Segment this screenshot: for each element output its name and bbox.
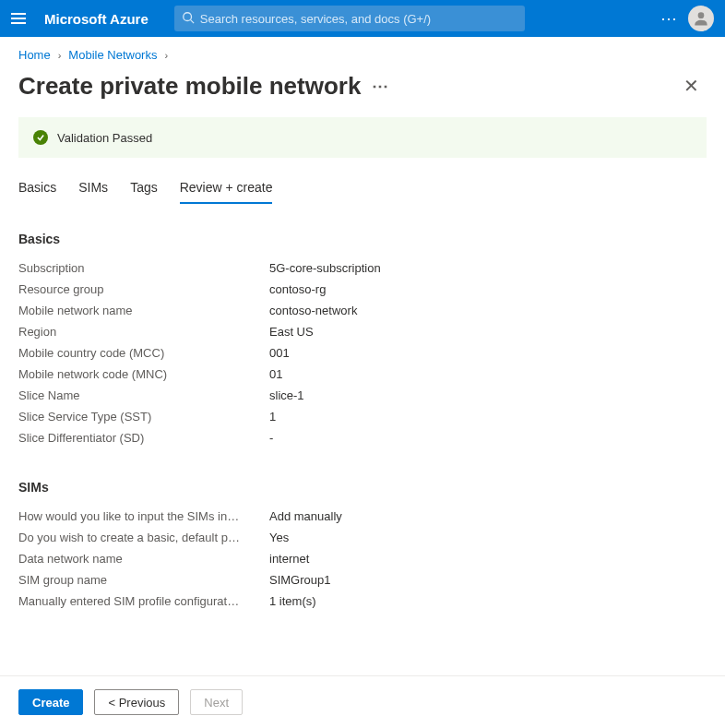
kv-val: contoso-rg bbox=[269, 282, 326, 296]
kv-key: Slice Service Type (SST) bbox=[18, 410, 269, 424]
kv-row: Slice Differentiator (SD)- bbox=[18, 427, 707, 448]
search-input[interactable] bbox=[200, 12, 517, 26]
kv-key: Data network name bbox=[18, 552, 269, 566]
kv-row: SIM group nameSIMGroup1 bbox=[18, 569, 707, 591]
section-title-sims: SIMs bbox=[18, 480, 707, 495]
kv-row: Manually entered SIM profile configurat…… bbox=[18, 591, 707, 612]
chevron-right-icon: › bbox=[164, 50, 168, 61]
svg-point-2 bbox=[698, 12, 705, 18]
kv-val: Yes bbox=[269, 531, 289, 544]
checkmark-icon bbox=[33, 130, 48, 145]
kv-key: Slice Differentiator (SD) bbox=[18, 431, 269, 445]
kv-row: Subscription5G-core-subscription bbox=[18, 257, 707, 279]
kv-key: How would you like to input the SIMs in… bbox=[18, 509, 269, 523]
kv-val: 01 bbox=[269, 367, 282, 381]
kv-val: Add manually bbox=[269, 509, 342, 523]
breadcrumb-mobile-networks[interactable]: Mobile Networks bbox=[68, 48, 157, 62]
azure-topbar: Microsoft Azure ⋯ bbox=[0, 0, 725, 37]
more-actions-icon[interactable]: ⋯ bbox=[660, 8, 679, 29]
svg-line-1 bbox=[190, 19, 194, 23]
chevron-right-icon: › bbox=[58, 50, 62, 61]
global-search[interactable] bbox=[174, 6, 525, 31]
brand-label: Microsoft Azure bbox=[44, 11, 149, 27]
kv-row: Resource groupcontoso-rg bbox=[18, 279, 707, 300]
wizard-footer: Create < Previous Next bbox=[0, 675, 725, 728]
close-icon[interactable]: ✕ bbox=[676, 71, 707, 101]
review-content: Basics Subscription5G-core-subscription … bbox=[0, 226, 725, 675]
tab-sims[interactable]: SIMs bbox=[78, 174, 108, 204]
breadcrumb: Home › Mobile Networks › bbox=[0, 37, 725, 66]
kv-row: Data network nameinternet bbox=[18, 548, 707, 569]
kv-val: slice-1 bbox=[269, 388, 304, 402]
breadcrumb-home[interactable]: Home bbox=[18, 48, 51, 62]
menu-icon[interactable] bbox=[11, 9, 30, 28]
kv-row: How would you like to input the SIMs in…… bbox=[18, 506, 707, 527]
page-title: Create private mobile network bbox=[18, 72, 361, 101]
tab-bar: Basics SIMs Tags Review + create bbox=[0, 174, 725, 204]
tab-basics[interactable]: Basics bbox=[18, 174, 56, 204]
next-button: Next bbox=[190, 689, 243, 715]
kv-key: Slice Name bbox=[18, 388, 269, 402]
basics-table: Subscription5G-core-subscription Resourc… bbox=[18, 257, 707, 448]
kv-row: Slice Service Type (SST)1 bbox=[18, 406, 707, 427]
page-header: Create private mobile network ⋯ ✕ bbox=[0, 66, 725, 117]
kv-val: contoso-network bbox=[269, 304, 357, 317]
kv-key: Subscription bbox=[18, 261, 269, 275]
kv-row: Mobile network code (MNC)01 bbox=[18, 364, 707, 385]
kv-row: Mobile country code (MCC)001 bbox=[18, 342, 707, 364]
kv-row: Mobile network namecontoso-network bbox=[18, 300, 707, 321]
svg-point-0 bbox=[184, 12, 192, 20]
kv-key: Mobile country code (MCC) bbox=[18, 346, 269, 360]
kv-val: - bbox=[269, 431, 273, 445]
previous-button[interactable]: < Previous bbox=[94, 689, 179, 715]
kv-key: Manually entered SIM profile configurat… bbox=[18, 594, 269, 608]
kv-row: RegionEast US bbox=[18, 321, 707, 342]
title-more-icon[interactable]: ⋯ bbox=[372, 76, 389, 96]
kv-val: 5G-core-subscription bbox=[269, 261, 381, 275]
section-title-basics: Basics bbox=[18, 232, 707, 246]
kv-val: East US bbox=[269, 325, 314, 339]
kv-key: SIM group name bbox=[18, 573, 269, 587]
kv-val: 1 bbox=[269, 410, 276, 424]
kv-row: Slice Nameslice-1 bbox=[18, 385, 707, 406]
kv-val: 1 item(s) bbox=[269, 594, 316, 608]
kv-key: Mobile network name bbox=[18, 304, 269, 317]
create-button[interactable]: Create bbox=[18, 689, 83, 715]
validation-message: Validation Passed bbox=[57, 131, 152, 145]
validation-banner: Validation Passed bbox=[18, 117, 707, 158]
search-icon bbox=[182, 11, 195, 27]
tab-review-create[interactable]: Review + create bbox=[180, 174, 273, 204]
sims-table: How would you like to input the SIMs in…… bbox=[18, 506, 707, 612]
kv-key: Do you wish to create a basic, default p… bbox=[18, 531, 269, 544]
kv-key: Region bbox=[18, 325, 269, 339]
kv-val: SIMGroup1 bbox=[269, 573, 330, 587]
kv-val: 001 bbox=[269, 346, 290, 360]
kv-val: internet bbox=[269, 552, 309, 566]
user-avatar[interactable] bbox=[688, 6, 714, 31]
kv-row: Do you wish to create a basic, default p… bbox=[18, 527, 707, 548]
tab-tags[interactable]: Tags bbox=[130, 174, 158, 204]
kv-key: Resource group bbox=[18, 282, 269, 296]
kv-key: Mobile network code (MNC) bbox=[18, 367, 269, 381]
